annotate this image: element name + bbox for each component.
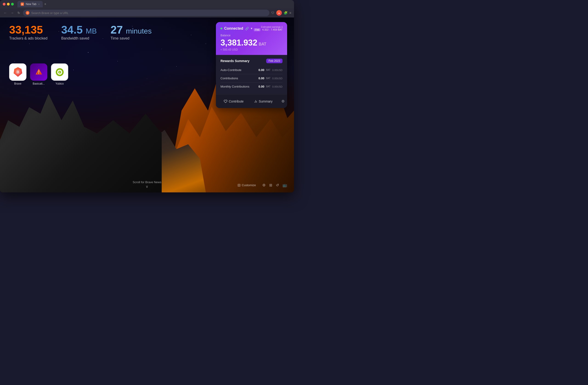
maximize-button[interactable] [11, 3, 14, 5]
scroll-chevron: ∨ [133, 184, 162, 189]
chart-icon [254, 99, 257, 103]
minimize-button[interactable] [7, 3, 10, 5]
info-icon: ℹ [282, 26, 283, 28]
extensions-icon[interactable]: 🧩 [284, 11, 288, 15]
auto-contribute-bat: 0.00 [258, 68, 264, 72]
balance-unit: BAT [259, 42, 266, 47]
rewards-row-monthly: Monthly Contributions 0.00 BAT 0.00USD [220, 83, 283, 91]
rewards-icon[interactable]: ▲ [276, 10, 282, 16]
brave-shield-icon: ⊕ [26, 11, 29, 15]
shortcut-basicatt[interactable]: Basicatt... [30, 64, 47, 85]
contribute-button[interactable]: Contribute [220, 98, 247, 105]
svg-text:B: B [16, 69, 19, 74]
rewards-month-badge: Feb 2023 [266, 59, 283, 63]
balance-usd: ≈ 500.43 USD [220, 48, 283, 51]
est-label: Estimated earnings ℹ [254, 26, 283, 28]
stats-row: 33,135 Trackers & ads blocked 34.5 MB Ba… [9, 24, 152, 41]
contributions-usd: 0.00USD [272, 77, 283, 80]
contributions-unit: BAT [266, 77, 271, 80]
shield-icon[interactable]: 🛡 [271, 11, 274, 15]
gallery-icon[interactable]: ⊞ [269, 183, 272, 187]
trackers-stat: 33,135 Trackers & ads blocked [9, 24, 47, 41]
auto-contribute-usd: 0.00USD [272, 69, 283, 71]
balance-label: Balance [220, 34, 283, 37]
reload-button[interactable]: ↻ [17, 10, 21, 16]
rewards-summary-header: Rewards Summary Feb 2023 [220, 59, 283, 63]
nav-right-icons: 🛡 ▲ 🧩 ≡ [271, 10, 291, 16]
shortcuts-panel: B Brave Basic [9, 64, 68, 85]
rewards-row-auto-contribute: Auto-Contribute 0.00 BAT 0.00USD [220, 66, 283, 74]
title-bar: B New Tab × + [0, 0, 294, 8]
auto-contribute-label: Auto-Contribute [220, 68, 241, 72]
rewards-header: Connected 🔗 ▾ Estimated earnings ℹ Feb 4… [216, 22, 287, 55]
active-tab[interactable]: B New Tab × [18, 1, 43, 7]
history-icon[interactable]: ↺ [276, 183, 279, 187]
balance-amount: 3,381.932 BAT [220, 38, 283, 47]
monthly-usd: 0.00USD [272, 85, 283, 88]
brave-app-icon: B [9, 64, 26, 81]
bandwidth-label: Bandwidth saved [61, 36, 97, 41]
address-text: Search Brave or type a URL [31, 11, 69, 15]
rewards-body: Rewards Summary Feb 2023 Auto-Contribute… [216, 55, 287, 94]
summary-button[interactable]: Summary [251, 98, 276, 105]
link-icon: 🔗 [245, 27, 249, 30]
tab-favicon: B [21, 2, 24, 6]
svg-text:Y: Y [59, 71, 61, 73]
settings-button[interactable]: ⚙ [279, 97, 286, 105]
trackers-value: 33,135 [9, 24, 47, 35]
trackers-label: Trackers & ads blocked [9, 36, 47, 41]
time-value: 27 minutes [110, 24, 152, 35]
shortcut-yubico[interactable]: Y Yubico [51, 64, 68, 85]
monthly-value: 0.00 BAT 0.00USD [258, 85, 283, 88]
rewards-footer: Contribute Summary ⚙ [216, 94, 287, 108]
monthly-unit: BAT [266, 85, 271, 88]
customize-bar: ⊟ Customize ⚙ ⊞ ↺ 📺 [235, 181, 287, 189]
bandwidth-stat: 34.5 MB Bandwidth saved [61, 24, 97, 41]
traffic-lights [3, 3, 14, 5]
rewards-header-top: Connected 🔗 ▾ Estimated earnings ℹ Feb 4… [220, 26, 283, 31]
heart-icon [224, 99, 227, 103]
contributions-bat: 0.00 [258, 77, 264, 80]
address-bar[interactable]: ⊕ Search Brave or type a URL [23, 10, 270, 16]
monthly-bat: 0.00 [258, 85, 264, 88]
customize-button[interactable]: ⊟ Customize [235, 181, 259, 189]
stats-panel: 33,135 Trackers & ads blocked 34.5 MB Ba… [9, 24, 152, 42]
rewards-summary-title: Rewards Summary [220, 59, 250, 63]
close-button[interactable] [3, 3, 5, 5]
est-value: Feb 4.322 - 7.459 BAT [254, 28, 283, 31]
cast-icon[interactable]: 📺 [283, 183, 287, 187]
yubico-icon: Y [51, 64, 68, 81]
forward-button[interactable]: → [10, 10, 15, 16]
feb-badge: Feb [254, 28, 260, 31]
browser-content: 33,135 Trackers & ads blocked 34.5 MB Ba… [0, 18, 294, 192]
connected-label: Connected [224, 26, 243, 31]
brave-shortcut-label: Brave [14, 82, 21, 85]
menu-icon[interactable]: ≡ [289, 11, 291, 15]
customize-icon: ⊟ [237, 183, 240, 187]
connected-status: Connected 🔗 ▾ [220, 26, 252, 31]
settings-bottom-icon[interactable]: ⚙ [262, 183, 266, 187]
summary-label: Summary [259, 99, 273, 103]
auto-contribute-value: 0.00 BAT 0.00USD [258, 68, 283, 72]
contribute-label: Contribute [229, 99, 244, 103]
yubico-shortcut-label: Yubico [55, 82, 64, 85]
estimated-earnings: Estimated earnings ℹ Feb 4.322 - 7.459 B… [254, 26, 283, 31]
time-stat: 27 minutes Time saved [110, 24, 152, 41]
shortcut-brave[interactable]: B Brave [9, 64, 26, 85]
time-label: Time saved [110, 36, 152, 41]
connected-dot [220, 28, 222, 29]
auto-contribute-unit: BAT [266, 69, 271, 71]
tab-close-button[interactable]: × [38, 3, 40, 5]
contributions-label: Contributions [220, 77, 238, 80]
scroll-label: Scroll for Brave News [133, 181, 162, 184]
rewards-panel: Connected 🔗 ▾ Estimated earnings ℹ Feb 4… [216, 22, 287, 108]
basicatt-icon [30, 64, 47, 81]
customize-label: Customize [242, 183, 256, 187]
back-button[interactable]: ← [3, 10, 8, 16]
new-tab-button[interactable]: + [44, 2, 46, 6]
chevron-down-icon[interactable]: ▾ [251, 27, 252, 30]
tab-label: New Tab [26, 2, 36, 6]
scroll-hint: Scroll for Brave News ∨ [133, 181, 162, 189]
basicatt-shortcut-label: Basicatt... [33, 82, 45, 85]
monthly-label: Monthly Contributions [220, 85, 250, 88]
